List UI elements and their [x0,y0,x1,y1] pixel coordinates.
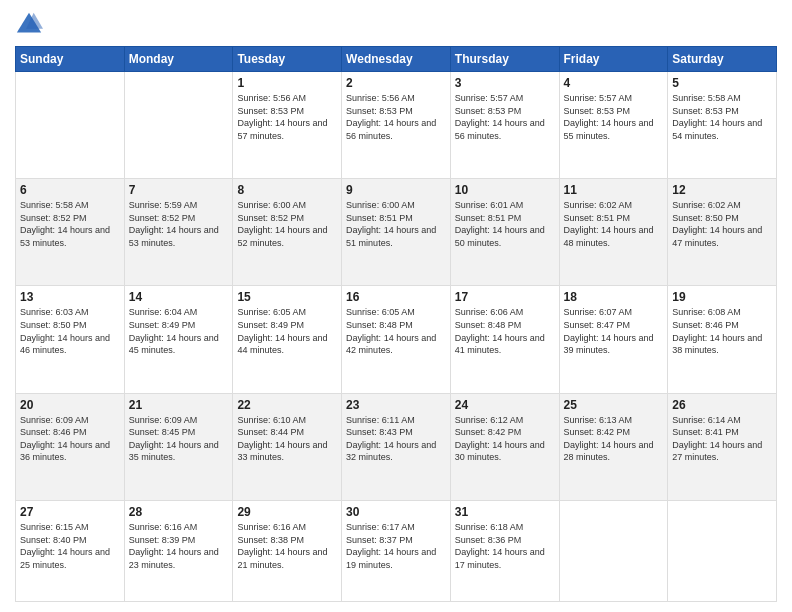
day-info: Sunrise: 5:58 AMSunset: 8:53 PMDaylight:… [672,92,772,142]
day-number: 12 [672,183,772,197]
header [15,10,777,38]
calendar-cell: 27Sunrise: 6:15 AMSunset: 8:40 PMDayligh… [16,500,125,601]
day-number: 2 [346,76,446,90]
calendar-week-row: 1Sunrise: 5:56 AMSunset: 8:53 PMDaylight… [16,72,777,179]
calendar-cell: 24Sunrise: 6:12 AMSunset: 8:42 PMDayligh… [450,393,559,500]
calendar-body: 1Sunrise: 5:56 AMSunset: 8:53 PMDaylight… [16,72,777,602]
calendar-week-row: 27Sunrise: 6:15 AMSunset: 8:40 PMDayligh… [16,500,777,601]
day-info: Sunrise: 6:17 AMSunset: 8:37 PMDaylight:… [346,521,446,571]
day-info: Sunrise: 6:02 AMSunset: 8:51 PMDaylight:… [564,199,664,249]
day-number: 26 [672,398,772,412]
weekday-header-row: SundayMondayTuesdayWednesdayThursdayFrid… [16,47,777,72]
day-info: Sunrise: 6:06 AMSunset: 8:48 PMDaylight:… [455,306,555,356]
weekday-header: Monday [124,47,233,72]
calendar-cell: 20Sunrise: 6:09 AMSunset: 8:46 PMDayligh… [16,393,125,500]
calendar-cell: 19Sunrise: 6:08 AMSunset: 8:46 PMDayligh… [668,286,777,393]
day-number: 9 [346,183,446,197]
day-info: Sunrise: 6:05 AMSunset: 8:49 PMDaylight:… [237,306,337,356]
day-number: 29 [237,505,337,519]
calendar-cell: 18Sunrise: 6:07 AMSunset: 8:47 PMDayligh… [559,286,668,393]
calendar-cell: 15Sunrise: 6:05 AMSunset: 8:49 PMDayligh… [233,286,342,393]
day-info: Sunrise: 6:18 AMSunset: 8:36 PMDaylight:… [455,521,555,571]
weekday-header: Sunday [16,47,125,72]
day-number: 21 [129,398,229,412]
calendar-cell [559,500,668,601]
calendar-cell [16,72,125,179]
calendar-cell: 5Sunrise: 5:58 AMSunset: 8:53 PMDaylight… [668,72,777,179]
day-info: Sunrise: 6:09 AMSunset: 8:45 PMDaylight:… [129,414,229,464]
calendar-cell: 13Sunrise: 6:03 AMSunset: 8:50 PMDayligh… [16,286,125,393]
day-info: Sunrise: 6:02 AMSunset: 8:50 PMDaylight:… [672,199,772,249]
weekday-header: Tuesday [233,47,342,72]
day-number: 6 [20,183,120,197]
calendar-cell: 2Sunrise: 5:56 AMSunset: 8:53 PMDaylight… [342,72,451,179]
day-info: Sunrise: 6:07 AMSunset: 8:47 PMDaylight:… [564,306,664,356]
calendar-week-row: 20Sunrise: 6:09 AMSunset: 8:46 PMDayligh… [16,393,777,500]
calendar-cell: 22Sunrise: 6:10 AMSunset: 8:44 PMDayligh… [233,393,342,500]
weekday-header: Saturday [668,47,777,72]
day-number: 8 [237,183,337,197]
day-number: 19 [672,290,772,304]
day-number: 11 [564,183,664,197]
calendar-cell: 10Sunrise: 6:01 AMSunset: 8:51 PMDayligh… [450,179,559,286]
calendar-cell: 26Sunrise: 6:14 AMSunset: 8:41 PMDayligh… [668,393,777,500]
calendar-week-row: 6Sunrise: 5:58 AMSunset: 8:52 PMDaylight… [16,179,777,286]
day-number: 5 [672,76,772,90]
calendar-cell: 8Sunrise: 6:00 AMSunset: 8:52 PMDaylight… [233,179,342,286]
day-number: 1 [237,76,337,90]
calendar-week-row: 13Sunrise: 6:03 AMSunset: 8:50 PMDayligh… [16,286,777,393]
day-number: 31 [455,505,555,519]
day-info: Sunrise: 6:00 AMSunset: 8:51 PMDaylight:… [346,199,446,249]
calendar-cell: 12Sunrise: 6:02 AMSunset: 8:50 PMDayligh… [668,179,777,286]
calendar-cell: 23Sunrise: 6:11 AMSunset: 8:43 PMDayligh… [342,393,451,500]
day-number: 30 [346,505,446,519]
weekday-header: Thursday [450,47,559,72]
day-info: Sunrise: 6:13 AMSunset: 8:42 PMDaylight:… [564,414,664,464]
calendar-header: SundayMondayTuesdayWednesdayThursdayFrid… [16,47,777,72]
calendar-cell: 21Sunrise: 6:09 AMSunset: 8:45 PMDayligh… [124,393,233,500]
calendar-cell: 1Sunrise: 5:56 AMSunset: 8:53 PMDaylight… [233,72,342,179]
day-info: Sunrise: 6:04 AMSunset: 8:49 PMDaylight:… [129,306,229,356]
day-number: 4 [564,76,664,90]
day-number: 24 [455,398,555,412]
day-info: Sunrise: 6:11 AMSunset: 8:43 PMDaylight:… [346,414,446,464]
calendar-cell: 25Sunrise: 6:13 AMSunset: 8:42 PMDayligh… [559,393,668,500]
day-info: Sunrise: 5:57 AMSunset: 8:53 PMDaylight:… [455,92,555,142]
logo [15,10,47,38]
day-info: Sunrise: 6:09 AMSunset: 8:46 PMDaylight:… [20,414,120,464]
day-number: 25 [564,398,664,412]
logo-icon [15,10,43,38]
calendar-cell: 17Sunrise: 6:06 AMSunset: 8:48 PMDayligh… [450,286,559,393]
calendar-cell: 7Sunrise: 5:59 AMSunset: 8:52 PMDaylight… [124,179,233,286]
day-info: Sunrise: 5:57 AMSunset: 8:53 PMDaylight:… [564,92,664,142]
day-number: 3 [455,76,555,90]
day-info: Sunrise: 6:01 AMSunset: 8:51 PMDaylight:… [455,199,555,249]
day-number: 20 [20,398,120,412]
calendar-cell: 16Sunrise: 6:05 AMSunset: 8:48 PMDayligh… [342,286,451,393]
calendar-cell [124,72,233,179]
weekday-header: Friday [559,47,668,72]
day-number: 15 [237,290,337,304]
page: SundayMondayTuesdayWednesdayThursdayFrid… [0,0,792,612]
calendar-cell: 4Sunrise: 5:57 AMSunset: 8:53 PMDaylight… [559,72,668,179]
day-number: 14 [129,290,229,304]
day-info: Sunrise: 6:16 AMSunset: 8:39 PMDaylight:… [129,521,229,571]
calendar-cell: 11Sunrise: 6:02 AMSunset: 8:51 PMDayligh… [559,179,668,286]
day-number: 22 [237,398,337,412]
day-info: Sunrise: 6:00 AMSunset: 8:52 PMDaylight:… [237,199,337,249]
day-info: Sunrise: 6:05 AMSunset: 8:48 PMDaylight:… [346,306,446,356]
day-info: Sunrise: 6:16 AMSunset: 8:38 PMDaylight:… [237,521,337,571]
day-info: Sunrise: 6:14 AMSunset: 8:41 PMDaylight:… [672,414,772,464]
day-number: 27 [20,505,120,519]
calendar-cell: 31Sunrise: 6:18 AMSunset: 8:36 PMDayligh… [450,500,559,601]
day-number: 23 [346,398,446,412]
day-info: Sunrise: 6:12 AMSunset: 8:42 PMDaylight:… [455,414,555,464]
day-number: 7 [129,183,229,197]
day-info: Sunrise: 5:58 AMSunset: 8:52 PMDaylight:… [20,199,120,249]
calendar-cell: 28Sunrise: 6:16 AMSunset: 8:39 PMDayligh… [124,500,233,601]
calendar-cell [668,500,777,601]
day-number: 17 [455,290,555,304]
day-info: Sunrise: 6:10 AMSunset: 8:44 PMDaylight:… [237,414,337,464]
day-info: Sunrise: 5:56 AMSunset: 8:53 PMDaylight:… [346,92,446,142]
day-number: 10 [455,183,555,197]
